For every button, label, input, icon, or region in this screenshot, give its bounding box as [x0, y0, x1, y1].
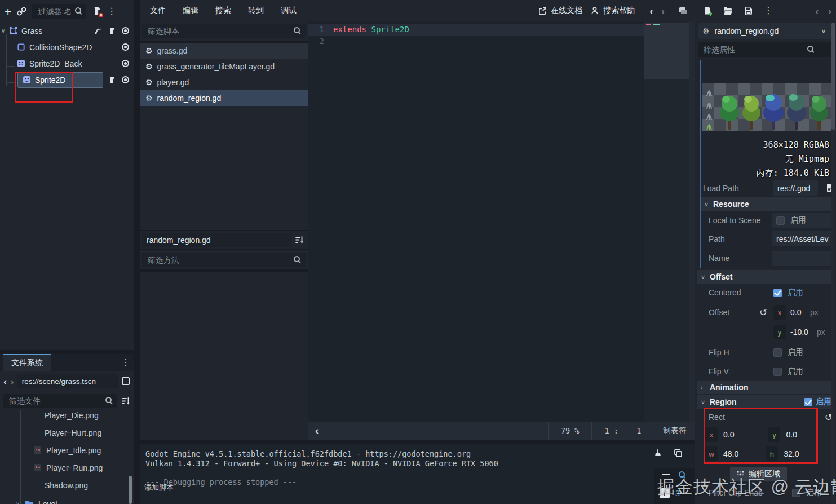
minimap[interactable] [644, 21, 689, 422]
new-resource-icon[interactable] [703, 6, 712, 16]
menu-file[interactable]: 文件 [150, 6, 166, 16]
scene-tree-row-sprite2d-back[interactable]: Sprite2D_Back [0, 55, 134, 72]
sort-files-icon[interactable] [121, 397, 130, 405]
load-path-value[interactable]: res://.god [773, 180, 818, 196]
output-search-icon[interactable] [679, 471, 686, 479]
add-node-button[interactable]: + [5, 6, 11, 17]
code-editor[interactable]: 1 extends Sprite2D 2 [308, 21, 695, 422]
current-path-field[interactable]: res://scene/grass.tscn [17, 374, 118, 388]
methods-filter-field[interactable] [142, 253, 306, 267]
inspector-back-button[interactable]: ‹ [815, 6, 819, 16]
instance-scene-icon[interactable] [17, 7, 26, 16]
scrollbar-thumb[interactable] [129, 476, 132, 504]
save-icon[interactable] [744, 7, 753, 15]
collapse-line-icon[interactable] [662, 474, 670, 475]
load-resource-icon[interactable] [723, 7, 733, 15]
checkbox-unchecked[interactable] [776, 216, 785, 225]
menu-goto[interactable]: 转到 [248, 6, 264, 16]
region-enabled-toggle[interactable]: 启用 [804, 397, 831, 407]
clear-output-icon[interactable] [653, 449, 662, 458]
file-row[interactable]: Player_Run.png [0, 459, 134, 476]
script-icon[interactable] [108, 27, 115, 35]
filter-clip-toggle[interactable]: 启用 [792, 488, 822, 498]
script-item-player[interactable]: ⚙player.gd [140, 74, 308, 90]
visibility-icon[interactable] [122, 60, 129, 67]
scripts-filter-field[interactable] [142, 24, 306, 38]
visibility-icon[interactable] [122, 76, 129, 83]
collapse-arrow-icon[interactable]: ∨ [1, 28, 9, 34]
resource-name-value[interactable] [772, 251, 834, 266]
checkbox-checked[interactable] [773, 289, 782, 297]
inspector-scrollbar-thumb[interactable] [831, 23, 835, 130]
error-badge[interactable]: ! 3 [660, 488, 680, 498]
editor-zoom[interactable]: 79 % [548, 422, 592, 440]
file-filter-input[interactable] [3, 394, 117, 408]
editor-scrollbar-track[interactable] [689, 21, 695, 422]
menu-edit[interactable]: 编辑 [183, 6, 198, 16]
rect-y-value[interactable]: 0.0 [786, 430, 797, 439]
file-row[interactable]: Player_Die.png [0, 410, 134, 423]
rect-x-value[interactable]: 0.0 [723, 430, 734, 439]
script-item-grass-generator[interactable]: ⚙grass_generator_tileMapLayer.gd [140, 59, 308, 74]
methods-filter-input[interactable] [142, 253, 306, 267]
copy-output-icon[interactable] [674, 449, 683, 458]
checkbox-unchecked[interactable] [773, 368, 782, 376]
history-forward-button[interactable]: › [10, 376, 14, 387]
split-mode-icon[interactable] [121, 377, 130, 386]
sort-methods-icon[interactable] [295, 236, 304, 244]
centered-toggle[interactable]: 启用 [773, 288, 803, 298]
section-resource[interactable]: ∨ Resource [701, 197, 835, 211]
section-animation[interactable]: › Animation [697, 381, 835, 394]
indent-mode[interactable]: 制表符 [654, 422, 696, 440]
toggle-scripts-panel-button[interactable]: ‹ [315, 425, 319, 436]
scene-tree-row-grass[interactable]: ∨ Grass [0, 23, 134, 39]
rect-w-value[interactable]: 48.0 [723, 449, 738, 458]
signals-icon[interactable] [93, 27, 101, 35]
offset-y-value[interactable]: -10.0 [790, 328, 808, 337]
file-filter-field[interactable] [3, 394, 117, 408]
flip-h-toggle[interactable]: 启用 [773, 347, 803, 357]
offset-x-value[interactable]: 0.0 [790, 308, 801, 317]
folder-row-level[interactable]: ∨ Level [0, 496, 134, 504]
inspector-menu-button[interactable]: ⋮ [764, 6, 773, 15]
inspector-forward-button[interactable]: › [828, 6, 831, 16]
script-item-grass[interactable]: ⚙grass.gd [140, 43, 308, 59]
file-row[interactable]: Player_Hurt.png [0, 425, 134, 441]
scripts-filter-input[interactable] [142, 24, 306, 38]
history-back-button[interactable]: ‹ [3, 376, 7, 387]
menu-debug[interactable]: 调试 [281, 6, 297, 16]
scene-dock-menu-button[interactable]: ⋮ [107, 7, 116, 16]
file-row[interactable]: Shadow.png [0, 477, 134, 493]
tab-filesystem[interactable]: 文件系统 [3, 354, 51, 371]
resource-path-value[interactable]: res://Asset/Lev [772, 231, 834, 246]
attach-script-disabled-icon[interactable]: × [92, 7, 101, 16]
checkbox-checked[interactable] [804, 398, 812, 406]
visibility-icon[interactable] [122, 27, 129, 34]
section-offset[interactable]: ∨ Offset [697, 270, 835, 284]
file-row[interactable]: Player_Idle.png [0, 442, 134, 458]
collapse-arrow-icon[interactable]: ∨ [16, 501, 25, 504]
property-filter-field[interactable] [698, 42, 831, 57]
script-forward-button[interactable]: › [661, 6, 665, 16]
scene-tree-row-sprite2d[interactable]: Sprite2D [0, 72, 134, 88]
script-back-button[interactable]: ‹ [649, 6, 653, 16]
inspected-object-dropdown[interactable]: ⚙ random_region.gd ∨ [698, 23, 831, 39]
visibility-icon[interactable] [122, 43, 129, 51]
checkbox-unchecked[interactable] [773, 348, 782, 357]
scene-filter-field[interactable] [32, 4, 86, 19]
checkbox-unchecked[interactable] [792, 489, 800, 497]
float-window-icon[interactable] [678, 6, 688, 15]
menu-search[interactable]: 搜索 [215, 6, 231, 16]
flip-v-toggle[interactable]: 启用 [773, 366, 803, 377]
filesystem-menu-button[interactable]: ⋮ [121, 358, 130, 367]
rect-h-value[interactable]: 32.0 [784, 449, 799, 458]
script-icon[interactable] [108, 76, 115, 84]
script-item-random-region[interactable]: ⚙random_region.gd [140, 90, 308, 106]
revert-icon[interactable]: ↺ [759, 308, 767, 317]
local-to-scene-toggle[interactable]: 启用 [772, 213, 834, 228]
inspector-scrollbar-track[interactable] [831, 23, 835, 504]
current-script-name[interactable]: random_region.gd [142, 233, 291, 247]
edit-region-button[interactable]: 编辑区域 [730, 467, 787, 481]
section-region[interactable]: ∨ Region 启用 [697, 395, 835, 409]
online-docs-button[interactable]: 在线文档 [538, 6, 582, 16]
